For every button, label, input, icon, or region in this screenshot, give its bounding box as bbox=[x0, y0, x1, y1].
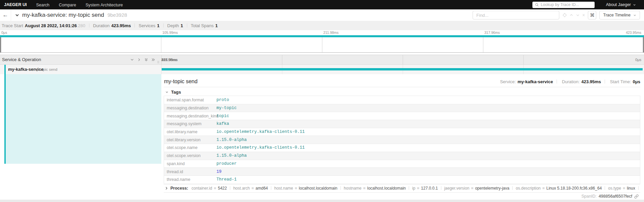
prev-result-icon[interactable] bbox=[569, 13, 573, 17]
tag-row: thread.id19 bbox=[164, 167, 640, 175]
process-item: ip=127.0.0.1 bbox=[412, 186, 444, 191]
next-result-icon[interactable] bbox=[576, 13, 580, 17]
nav-item[interactable]: Search bbox=[31, 3, 54, 7]
tag-value: io.opentelemetry.kafka-clients-0.11 bbox=[216, 130, 305, 134]
trace-stats-bar: Trace Start August 28 2022, 14:01:26 .28… bbox=[0, 21, 644, 30]
tag-value: 1.15.0-alpha bbox=[216, 153, 247, 158]
chevron-right-icon bbox=[165, 187, 168, 190]
column-resizer-handle[interactable] bbox=[158, 61, 159, 63]
span-detail-highlight-column bbox=[6, 74, 161, 164]
tag-key: thread.name bbox=[164, 177, 216, 182]
process-accordion-toggle[interactable]: Process: container.id=5422host.arch=amd6… bbox=[164, 184, 640, 193]
deep-link-icon[interactable] bbox=[634, 194, 639, 199]
span-color-accent bbox=[4, 65, 6, 74]
minimap-gridline bbox=[322, 37, 322, 52]
process-item: container.id=5422 bbox=[192, 186, 233, 191]
span-operation-name: my-topic send bbox=[33, 65, 57, 74]
process-item: os.type=linux bbox=[608, 186, 640, 191]
tag-value: 1.15.0-alpha bbox=[216, 138, 247, 142]
nav-item[interactable]: Compare bbox=[54, 3, 81, 7]
trace-id-lookup-input[interactable] bbox=[541, 2, 592, 7]
minimap-gridline bbox=[161, 37, 161, 52]
span-detail-summary: Service:my-kafka-service Duration:423.95… bbox=[500, 79, 640, 84]
top-nav: JAEGER UI SearchCompareSystem Architectu… bbox=[0, 0, 644, 9]
stat-trace-start: Trace Start August 28 2022, 14:01:26 .28… bbox=[2, 23, 85, 28]
tag-key: span.kind bbox=[164, 161, 216, 166]
tag-row: messaging.destinationmy-topic bbox=[164, 104, 640, 112]
tag-row: otel.scope.version1.15.0-alpha bbox=[164, 152, 640, 160]
minimap-tick-label: 0μs bbox=[1, 30, 7, 35]
process-item: hostname=localhost.localdomain bbox=[344, 186, 412, 191]
minimap-tick-label: 105.99ms bbox=[162, 30, 178, 35]
tag-value: kafka bbox=[216, 121, 229, 126]
tag-key: messaging.destination_kind bbox=[164, 114, 216, 118]
expand-one-icon[interactable] bbox=[137, 58, 141, 62]
trace-id-lookup[interactable] bbox=[532, 2, 595, 8]
collapse-one-icon[interactable] bbox=[151, 58, 155, 62]
span-id-label: SpanID: bbox=[581, 194, 597, 199]
tag-value: topic bbox=[216, 114, 229, 118]
ruler-gridline bbox=[523, 55, 524, 64]
service-operation-label: Service & Operation bbox=[2, 55, 41, 64]
tag-key: messaging.system bbox=[164, 121, 216, 126]
about-jaeger-menu[interactable]: About Jaeger bbox=[606, 2, 636, 7]
nav-item[interactable]: System Architecture bbox=[81, 3, 127, 7]
trace-title: my-kafka-service: my-topic send 9be3928 bbox=[22, 12, 127, 18]
trace-id-short: 9be3928 bbox=[108, 12, 127, 18]
minimap-gridline bbox=[483, 37, 483, 52]
minimap-left-scrubber[interactable] bbox=[0, 37, 1, 52]
service-operation-header: Service & Operation bbox=[0, 55, 161, 64]
detail-service: Service:my-kafka-service bbox=[500, 79, 553, 84]
nav-right: About Jaeger bbox=[532, 2, 644, 8]
trace-view-select[interactable]: Trace Timeline bbox=[599, 11, 640, 19]
tag-row: messaging.destination_kindtopic bbox=[164, 112, 640, 120]
tag-value: io.opentelemetry.kafka-clients-0.11 bbox=[216, 145, 305, 150]
timeline-minimap[interactable] bbox=[0, 35, 644, 53]
tags-accordion-toggle[interactable]: Tags bbox=[165, 90, 640, 94]
ruler-tick-label: 423.95ms bbox=[161, 55, 177, 64]
locate-span-icon[interactable] bbox=[562, 13, 567, 17]
chevron-down-icon bbox=[633, 14, 636, 17]
minimap-tick-labels: 0μs105.99ms211.98ms317.96ms423.95ms bbox=[0, 30, 644, 35]
tags-table: internal.span.formatprotomessaging.desti… bbox=[164, 96, 640, 184]
span-duration-bar[interactable] bbox=[162, 68, 643, 70]
tag-key: messaging.destination bbox=[164, 106, 216, 110]
keyboard-shortcuts-button[interactable]: ⌘ bbox=[588, 11, 596, 19]
expand-all-icon[interactable] bbox=[144, 58, 148, 62]
process-item: os.description=Linux 5.18.18-200.fc36.x8… bbox=[516, 186, 608, 191]
minimap-tick-label: 211.98ms bbox=[323, 30, 338, 35]
tag-key: otel.library.name bbox=[164, 130, 216, 134]
detail-duration: Duration:423.95ms bbox=[553, 79, 601, 84]
bottom-scroll-track[interactable] bbox=[0, 200, 644, 202]
app-brand[interactable]: JAEGER UI bbox=[4, 2, 27, 7]
timeline-ruler: 0μs105.99ms211.98ms317.96ms423.95ms bbox=[161, 55, 644, 64]
trace-view-value: Trace Timeline bbox=[603, 13, 631, 17]
tag-row: internal.span.formatproto bbox=[164, 96, 640, 104]
tag-key: internal.span.format bbox=[164, 98, 216, 102]
nav-items: SearchCompareSystem Architecture bbox=[31, 2, 127, 8]
span-id-value: 498856af6507fecf bbox=[599, 194, 632, 199]
span-detail-title: my-topic send bbox=[164, 79, 198, 85]
ruler-gridline bbox=[282, 55, 282, 64]
tag-value: producer bbox=[216, 161, 237, 166]
process-item: jaeger.version=opentelemetry-java bbox=[444, 186, 516, 191]
collapse-all-icon[interactable] bbox=[130, 58, 134, 62]
span-detail-row: my-topic send Service:my-kafka-service D… bbox=[0, 74, 644, 202]
find-input[interactable] bbox=[473, 11, 559, 19]
stat-depth: Depth 1 bbox=[160, 23, 183, 28]
stat-duration: Duration 423.95ms bbox=[85, 23, 131, 28]
trace-toolbar: × ⌘ Trace Timeline bbox=[473, 11, 640, 19]
back-button[interactable]: ← bbox=[0, 9, 11, 21]
process-items: container.id=5422host.arch=amd64host.nam… bbox=[192, 186, 640, 191]
span-row[interactable]: my-kafka-service my-topic send bbox=[0, 65, 644, 74]
tag-value: my-topic bbox=[216, 106, 237, 110]
clear-find-icon[interactable]: × bbox=[582, 13, 585, 17]
minimap-right-scrubber[interactable] bbox=[643, 37, 644, 52]
ruler-tick-label: 0μs bbox=[635, 55, 641, 64]
timeline-header-row: Service & Operation 0μs105.99ms211.98ms3… bbox=[0, 55, 644, 65]
collapse-trace-chevron-icon[interactable] bbox=[15, 13, 19, 17]
minimap-tick-label: 317.96ms bbox=[484, 30, 500, 35]
divider bbox=[164, 87, 640, 87]
about-jaeger-label: About Jaeger bbox=[606, 2, 631, 7]
chevron-down-icon bbox=[633, 3, 636, 6]
